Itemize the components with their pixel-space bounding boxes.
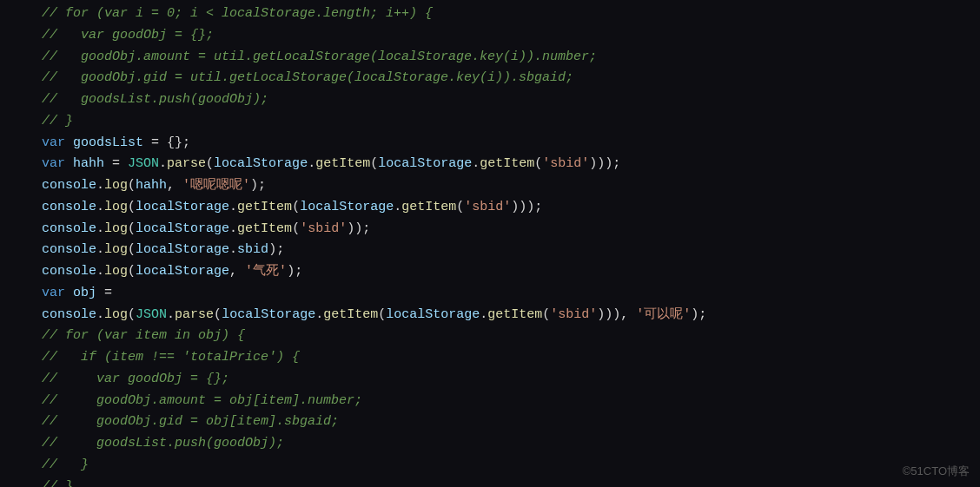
code-editor[interactable]: // for (var i = 0; i < localStorage.leng… [0, 0, 980, 487]
token-punct: ( [370, 156, 378, 171]
token-object: console [42, 221, 96, 236]
token-punct: ( [378, 307, 386, 322]
token-punct: . [96, 307, 104, 322]
token-func: log [104, 221, 128, 236]
token-punct: . [472, 156, 480, 171]
code-line: // } [42, 455, 980, 477]
token-punct: ); [287, 264, 302, 279]
code-line: console.log(JSON.parse(localStorage.getI… [42, 305, 980, 326]
token-operator: = [143, 135, 167, 150]
token-func: getItem [480, 156, 534, 171]
code-line: console.log(localStorage, '气死'); [42, 261, 980, 283]
code-line: // goodObj.gid = util.getLocalStorage(lo… [42, 68, 980, 89]
token-keyword: var [42, 156, 73, 171]
code-line: // goodObj.amount = obj[item].number; [42, 391, 980, 412]
token-string: '可以呢' [636, 307, 691, 322]
token-prop: sbid [237, 242, 268, 257]
token-punct: ( [214, 307, 222, 322]
comment-text: // goodsList.push(goodObj); [42, 92, 268, 107]
code-line: // var goodObj = {}; [42, 369, 980, 391]
code-line: var hahh = JSON.parse(localStorage.getIt… [42, 154, 980, 175]
code-line: var obj = [42, 283, 980, 305]
token-operator: = [96, 286, 112, 300]
token-punct: , [167, 178, 182, 193]
code-line: // goodsList.push(goodObj); [42, 89, 980, 111]
token-object: localStorage [378, 156, 472, 171]
token-object: console [42, 307, 96, 322]
token-string: 'sbid' [300, 221, 347, 236]
token-object: console [42, 264, 96, 279]
code-line: console.log(localStorage.getItem('sbid')… [42, 219, 980, 240]
token-punct: . [229, 200, 237, 214]
token-string: 'sbid' [542, 156, 589, 171]
comment-text: // goodObj.gid = obj[item].sbgaid; [42, 414, 339, 429]
token-punct: . [96, 178, 104, 193]
token-punct: ( [534, 156, 542, 171]
token-punct: ); [250, 178, 266, 193]
comment-text: // goodsList.push(goodObj); [42, 436, 284, 451]
token-string: '嗯呢嗯呢' [182, 178, 250, 193]
token-class: JSON [128, 156, 159, 171]
comment-text: // goodObj.gid = util.getLocalStorage(lo… [42, 70, 573, 85]
code-line: // } [42, 477, 980, 488]
comment-text: // var goodObj = {}; [42, 372, 229, 386]
comment-text: // goodObj.amount = util.getLocalStorage… [42, 49, 597, 64]
code-line: // var goodObj = {}; [42, 25, 980, 47]
comment-text: // for (var i = 0; i < localStorage.leng… [42, 6, 433, 21]
token-object: localStorage [386, 307, 480, 322]
token-string: 'sbid' [464, 200, 511, 214]
token-punct: ))), [597, 307, 636, 322]
token-punct: , [229, 264, 245, 279]
comment-text: // goodObj.amount = obj[item].number; [42, 393, 362, 408]
code-line: // goodsList.push(goodObj); [42, 433, 980, 455]
token-func: log [104, 264, 128, 279]
token-variable: hahh [73, 156, 104, 171]
watermark-text: ©51CTO博客 [903, 462, 970, 480]
comment-text: // if (item !== 'totalPrice') { [42, 350, 300, 365]
token-punct: . [394, 200, 401, 214]
token-punct: . [167, 307, 175, 322]
token-punct: ( [456, 200, 464, 214]
code-line: console.log(hahh, '嗯呢嗯呢'); [42, 175, 980, 197]
token-punct: ( [128, 242, 136, 257]
code-line: // goodObj.gid = obj[item].sbgaid; [42, 411, 980, 433]
token-func: getItem [401, 200, 456, 214]
token-punct: . [229, 242, 237, 257]
token-punct: . [159, 156, 167, 171]
token-variable: hahh [136, 178, 167, 193]
token-object: localStorage [136, 242, 229, 257]
token-func: getItem [237, 200, 292, 214]
comment-text: // for (var item in obj) { [42, 328, 245, 343]
code-line: // goodObj.amount = util.getLocalStorage… [42, 47, 980, 69]
token-punct: ( [542, 307, 550, 322]
token-func: log [104, 178, 128, 193]
code-line: console.log(localStorage.getItem(localSt… [42, 197, 980, 219]
token-func: log [104, 307, 128, 322]
token-punct: . [96, 221, 104, 236]
token-punct: ( [128, 264, 136, 279]
token-punct: {}; [167, 135, 190, 150]
code-line: console.log(localStorage.sbid); [42, 240, 980, 261]
token-object: localStorage [136, 221, 229, 236]
token-operator: = [104, 156, 128, 171]
token-punct: ); [691, 307, 706, 322]
comment-text: // } [42, 114, 73, 128]
token-punct: ( [128, 307, 136, 322]
token-func: log [104, 200, 128, 214]
token-object: localStorage [214, 156, 308, 171]
token-punct: . [315, 307, 323, 322]
token-func: parse [175, 307, 214, 322]
token-punct: . [96, 264, 104, 279]
token-object: localStorage [136, 264, 229, 279]
token-punct: . [96, 242, 104, 257]
token-punct: ( [128, 200, 136, 214]
token-punct: . [480, 307, 487, 322]
token-func: getItem [323, 307, 378, 322]
token-func: getItem [315, 156, 370, 171]
code-line: var goodsList = {}; [42, 133, 980, 155]
token-func: parse [167, 156, 206, 171]
token-punct: . [229, 221, 237, 236]
token-punct: ))); [589, 156, 620, 171]
comment-text: // var goodObj = {}; [42, 28, 214, 43]
token-punct: . [308, 156, 315, 171]
